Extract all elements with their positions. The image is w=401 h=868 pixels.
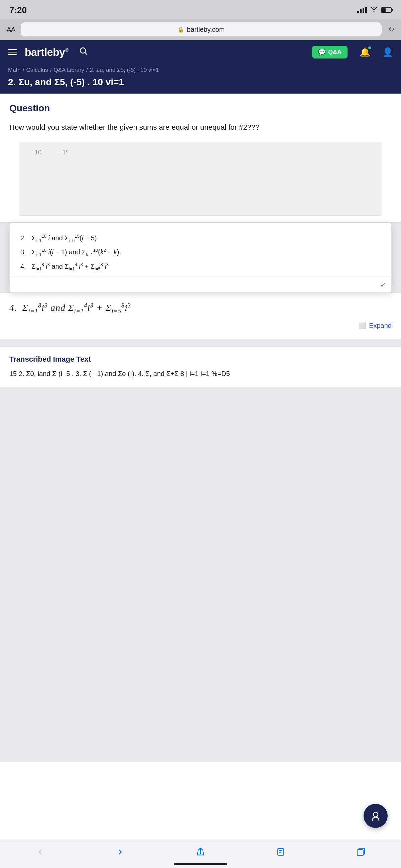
image-top-partial: — 10 — 1ᵏ [19, 143, 382, 162]
lock-icon: 🔒 [178, 26, 184, 33]
battery-icon [381, 7, 392, 13]
url-bar: AA 🔒 bartleby.com ↻ [0, 19, 401, 40]
breadcrumb-current: 2. Σu, and Σ5, (-5) . 10 vi=1 [90, 67, 159, 73]
wifi-icon [370, 7, 378, 14]
back-button[interactable] [30, 845, 50, 859]
handwritten-area: 4. Σi=18i3 and Σi=14i3 + Σi=58i3 ⬜ Expan… [0, 293, 401, 339]
breadcrumb-bar: Math / Calculus / Q&A Library / 2. Σu, a… [0, 64, 401, 75]
status-bar: 7:20 [0, 0, 401, 19]
breadcrumb: Math / Calculus / Q&A Library / 2. Σu, a… [8, 67, 393, 73]
page-title-bar: 2. Σu, and Σ5, (-5) . 10 vi=1 [0, 75, 401, 94]
home-indicator [174, 863, 227, 865]
hamburger-menu-icon[interactable] [8, 49, 17, 55]
math-popup-bottom: ⤢ [10, 276, 391, 292]
forward-button[interactable] [110, 845, 130, 859]
math-popup-content: 2. Σi=110 i and Σi=615(i − 5). 3. Σi=110… [20, 231, 381, 276]
status-time: 7:20 [9, 5, 27, 16]
logo-sup: ® [65, 48, 68, 53]
section-divider [0, 339, 401, 343]
font-size-control[interactable]: AA [7, 26, 16, 33]
math-line-2: 2. Σi=110 i and Σi=615(i − 5). [20, 231, 381, 245]
svg-rect-3 [357, 849, 363, 856]
breadcrumb-qalibrary[interactable]: Q&A Library [54, 67, 84, 73]
refresh-icon[interactable]: ↻ [388, 25, 394, 34]
expand-bar: ⬜ Expand [9, 316, 392, 330]
breadcrumb-calculus[interactable]: Calculus [26, 67, 48, 73]
url-input[interactable]: 🔒 bartleby.com [21, 22, 381, 36]
chat-icon: 💬 [318, 49, 326, 56]
question-label: Question [9, 103, 392, 114]
question-section: Question How would you state whether the… [0, 94, 401, 223]
transcribed-section: Transcribed Image Text 15 2. Σ0, iand Σ-… [0, 347, 401, 387]
math-popup: 2. Σi=110 i and Σi=615(i − 5). 3. Σi=110… [9, 223, 392, 293]
qa-button[interactable]: 💬 Q&A [312, 46, 347, 59]
site-header: bartleby® 💬 Q&A 🔔 👤 [0, 40, 401, 64]
share-button[interactable] [190, 845, 211, 859]
hamburger-line-3 [8, 54, 17, 55]
expand-label[interactable]: Expand [369, 322, 392, 330]
user-avatar-icon[interactable]: 👤 [382, 47, 393, 58]
breadcrumb-math[interactable]: Math [8, 67, 21, 73]
expand-arrows-icon[interactable]: ⤢ [380, 280, 386, 288]
handwritten-math-display: 4. Σi=18i3 and Σi=14i3 + Σi=58i3 [9, 300, 392, 316]
bookmark-button[interactable] [271, 845, 291, 859]
notification-bell-icon[interactable]: 🔔 [360, 47, 370, 58]
main-content: Question How would you state whether the… [0, 94, 401, 762]
chat-fab-button[interactable] [364, 804, 388, 828]
question-image: — 10 — 1ᵏ [19, 142, 382, 216]
hamburger-line-1 [8, 49, 17, 50]
question-text: How would you state whether the given su… [9, 122, 392, 133]
math-line-3: 3. Σi=110 i(i − 1) and Σk=110(k2 − k). [20, 245, 381, 259]
logo-text: bartleby [25, 46, 65, 58]
status-icons [357, 7, 392, 14]
hamburger-line-2 [8, 52, 17, 53]
math-line-4: 4. Σi=18 i3 and Σi=14 i3 + Σi=58 i3 [20, 259, 381, 273]
svg-point-1 [373, 812, 378, 817]
expand-icon: ⬜ [359, 322, 366, 330]
search-icon[interactable] [79, 46, 88, 58]
bartleby-logo[interactable]: bartleby® [25, 46, 68, 59]
signal-icon [357, 7, 367, 13]
page-title: 2. Σu, and Σ5, (-5) . 10 vi=1 [8, 77, 393, 88]
transcribed-text: 15 2. Σ0, iand Σ-(i- 5 . 3. Σ ( - 1) and… [9, 368, 392, 379]
tabs-button[interactable] [351, 845, 371, 859]
transcribed-title: Transcribed Image Text [9, 355, 392, 364]
url-display: bartleby.com [187, 26, 224, 33]
qa-label: Q&A [328, 49, 341, 56]
